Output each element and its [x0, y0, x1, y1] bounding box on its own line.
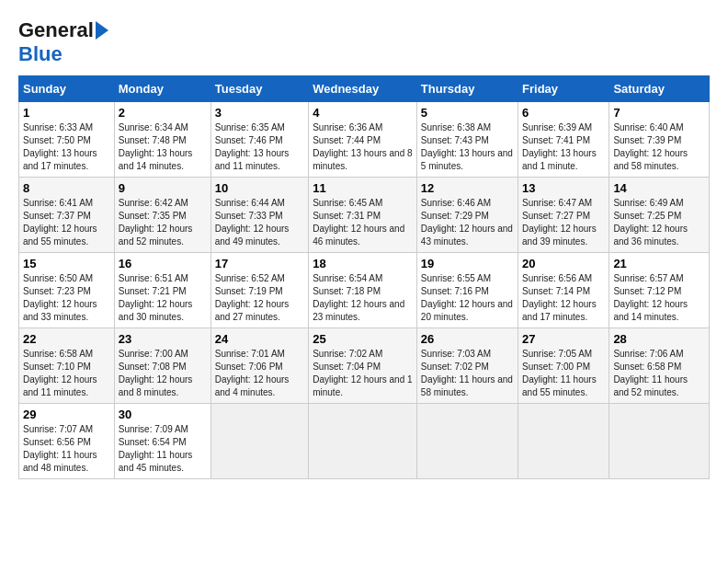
col-header-tuesday: Tuesday [210, 76, 308, 102]
calendar-cell: 29 Sunrise: 7:07 AMSunset: 6:56 PMDaylig… [19, 404, 115, 479]
calendar-cell: 4 Sunrise: 6:36 AMSunset: 7:44 PMDayligh… [309, 102, 417, 178]
calendar-cell [309, 404, 417, 479]
day-number: 8 [23, 181, 110, 195]
col-header-friday: Friday [518, 76, 609, 102]
day-number: 30 [119, 408, 207, 421]
day-info: Sunrise: 6:52 AMSunset: 7:19 PMDaylight:… [215, 273, 290, 322]
day-number: 3 [215, 106, 304, 120]
week-row: 15 Sunrise: 6:50 AMSunset: 7:23 PMDaylig… [19, 253, 710, 328]
day-info: Sunrise: 6:42 AMSunset: 7:35 PMDaylight:… [119, 198, 193, 247]
calendar-cell: 14 Sunrise: 6:49 AMSunset: 7:25 PMDaylig… [609, 178, 710, 253]
day-number: 1 [23, 106, 110, 120]
day-number: 5 [421, 106, 514, 120]
col-header-monday: Monday [114, 76, 210, 102]
calendar-cell: 30 Sunrise: 7:09 AMSunset: 6:54 PMDaylig… [114, 404, 210, 479]
calendar-cell [210, 404, 308, 479]
day-number: 9 [119, 181, 207, 195]
calendar-cell: 12 Sunrise: 6:46 AMSunset: 7:29 PMDaylig… [416, 178, 518, 253]
day-number: 16 [119, 257, 207, 270]
day-number: 15 [23, 257, 110, 270]
day-number: 14 [613, 181, 705, 195]
day-number: 29 [23, 408, 110, 421]
day-number: 4 [313, 106, 413, 120]
day-number: 13 [522, 181, 605, 195]
day-number: 20 [522, 257, 605, 270]
calendar-cell: 1 Sunrise: 6:33 AMSunset: 7:50 PMDayligh… [19, 102, 115, 178]
day-info: Sunrise: 6:34 AMSunset: 7:48 PMDaylight:… [119, 122, 193, 171]
day-number: 26 [421, 332, 514, 346]
day-info: Sunrise: 6:38 AMSunset: 7:43 PMDaylight:… [421, 122, 513, 171]
day-number: 25 [313, 332, 413, 346]
calendar-cell: 17 Sunrise: 6:52 AMSunset: 7:19 PMDaylig… [210, 253, 308, 328]
calendar-cell: 2 Sunrise: 6:34 AMSunset: 7:48 PMDayligh… [114, 102, 210, 178]
day-number: 2 [119, 106, 207, 120]
week-row: 29 Sunrise: 7:07 AMSunset: 6:56 PMDaylig… [19, 404, 710, 479]
calendar-cell: 26 Sunrise: 7:03 AMSunset: 7:02 PMDaylig… [416, 328, 518, 404]
calendar-cell: 11 Sunrise: 6:45 AMSunset: 7:31 PMDaylig… [309, 178, 417, 253]
day-number: 6 [522, 106, 605, 120]
logo-blue: Blue [18, 42, 63, 65]
day-info: Sunrise: 6:40 AMSunset: 7:39 PMDaylight:… [613, 122, 688, 171]
day-info: Sunrise: 6:33 AMSunset: 7:50 PMDaylight:… [23, 122, 97, 171]
day-info: Sunrise: 6:46 AMSunset: 7:29 PMDaylight:… [421, 198, 513, 247]
calendar-cell: 6 Sunrise: 6:39 AMSunset: 7:41 PMDayligh… [518, 102, 609, 178]
day-number: 24 [215, 332, 304, 346]
col-header-sunday: Sunday [19, 76, 115, 102]
day-info: Sunrise: 6:56 AMSunset: 7:14 PMDaylight:… [522, 273, 597, 322]
week-row: 8 Sunrise: 6:41 AMSunset: 7:37 PMDayligh… [19, 178, 710, 253]
calendar-cell: 24 Sunrise: 7:01 AMSunset: 7:06 PMDaylig… [210, 328, 308, 404]
day-info: Sunrise: 6:50 AMSunset: 7:23 PMDaylight:… [23, 273, 97, 322]
day-info: Sunrise: 7:01 AMSunset: 7:06 PMDaylight:… [215, 349, 290, 397]
calendar-cell: 9 Sunrise: 6:42 AMSunset: 7:35 PMDayligh… [114, 178, 210, 253]
logo-general: General [18, 18, 94, 42]
calendar-cell: 27 Sunrise: 7:05 AMSunset: 7:00 PMDaylig… [518, 328, 609, 404]
calendar-cell: 5 Sunrise: 6:38 AMSunset: 7:43 PMDayligh… [416, 102, 518, 178]
day-number: 12 [421, 181, 514, 195]
calendar-cell: 28 Sunrise: 7:06 AMSunset: 6:58 PMDaylig… [609, 328, 710, 404]
calendar-cell: 13 Sunrise: 6:47 AMSunset: 7:27 PMDaylig… [518, 178, 609, 253]
calendar-table: SundayMondayTuesdayWednesdayThursdayFrid… [18, 75, 710, 479]
day-info: Sunrise: 6:49 AMSunset: 7:25 PMDaylight:… [613, 198, 688, 247]
day-number: 18 [313, 257, 413, 270]
logo-arrow-icon [96, 21, 108, 40]
day-info: Sunrise: 7:07 AMSunset: 6:56 PMDaylight:… [23, 424, 97, 473]
week-row: 22 Sunrise: 6:58 AMSunset: 7:10 PMDaylig… [19, 328, 710, 404]
day-info: Sunrise: 6:41 AMSunset: 7:37 PMDaylight:… [23, 198, 97, 247]
calendar-cell: 7 Sunrise: 6:40 AMSunset: 7:39 PMDayligh… [609, 102, 710, 178]
calendar-cell: 22 Sunrise: 6:58 AMSunset: 7:10 PMDaylig… [19, 328, 115, 404]
day-number: 17 [215, 257, 304, 270]
day-info: Sunrise: 6:44 AMSunset: 7:33 PMDaylight:… [215, 198, 290, 247]
day-number: 22 [23, 332, 110, 346]
calendar-cell: 8 Sunrise: 6:41 AMSunset: 7:37 PMDayligh… [19, 178, 115, 253]
col-header-thursday: Thursday [416, 76, 518, 102]
calendar-cell: 16 Sunrise: 6:51 AMSunset: 7:21 PMDaylig… [114, 253, 210, 328]
day-number: 21 [613, 257, 705, 270]
col-header-saturday: Saturday [609, 76, 710, 102]
day-info: Sunrise: 7:05 AMSunset: 7:00 PMDaylight:… [522, 349, 597, 397]
day-info: Sunrise: 6:47 AMSunset: 7:27 PMDaylight:… [522, 198, 597, 247]
day-info: Sunrise: 6:54 AMSunset: 7:18 PMDaylight:… [313, 273, 404, 322]
day-info: Sunrise: 6:51 AMSunset: 7:21 PMDaylight:… [119, 273, 193, 322]
day-info: Sunrise: 6:58 AMSunset: 7:10 PMDaylight:… [23, 349, 97, 397]
calendar-cell: 3 Sunrise: 6:35 AMSunset: 7:46 PMDayligh… [210, 102, 308, 178]
day-info: Sunrise: 7:06 AMSunset: 6:58 PMDaylight:… [613, 349, 688, 397]
day-info: Sunrise: 7:09 AMSunset: 6:54 PMDaylight:… [119, 424, 193, 473]
day-number: 10 [215, 181, 304, 195]
day-info: Sunrise: 6:45 AMSunset: 7:31 PMDaylight:… [313, 198, 404, 247]
calendar-cell [518, 404, 609, 479]
calendar-cell: 23 Sunrise: 7:00 AMSunset: 7:08 PMDaylig… [114, 328, 210, 404]
day-info: Sunrise: 6:55 AMSunset: 7:16 PMDaylight:… [421, 273, 513, 322]
calendar-cell: 18 Sunrise: 6:54 AMSunset: 7:18 PMDaylig… [309, 253, 417, 328]
day-info: Sunrise: 6:36 AMSunset: 7:44 PMDaylight:… [313, 122, 412, 171]
day-info: Sunrise: 7:00 AMSunset: 7:08 PMDaylight:… [119, 349, 193, 397]
day-info: Sunrise: 6:35 AMSunset: 7:46 PMDaylight:… [215, 122, 290, 171]
calendar-cell: 20 Sunrise: 6:56 AMSunset: 7:14 PMDaylig… [518, 253, 609, 328]
day-info: Sunrise: 6:57 AMSunset: 7:12 PMDaylight:… [613, 273, 688, 322]
day-number: 11 [313, 181, 413, 195]
page-header: General Blue [18, 18, 710, 66]
calendar-cell [416, 404, 518, 479]
calendar-cell: 15 Sunrise: 6:50 AMSunset: 7:23 PMDaylig… [19, 253, 115, 328]
day-number: 23 [119, 332, 207, 346]
day-info: Sunrise: 7:02 AMSunset: 7:04 PMDaylight:… [313, 349, 412, 397]
day-info: Sunrise: 7:03 AMSunset: 7:02 PMDaylight:… [421, 349, 513, 397]
